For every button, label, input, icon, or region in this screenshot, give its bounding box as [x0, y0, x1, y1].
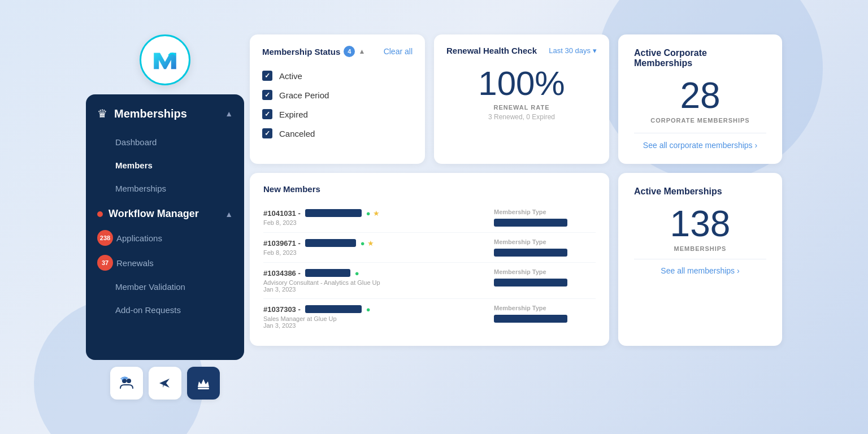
sidebar-item-memberships[interactable]: Memberships: [86, 177, 244, 200]
member-id-text: #1039671 -: [263, 239, 301, 248]
community-icon-button[interactable]: [110, 367, 143, 400]
notification-dot: [97, 211, 103, 217]
renewal-health-title: Renewal Health Check: [446, 46, 537, 55]
membership-type-label: Membership Type: [494, 268, 546, 275]
workflow-manager-title: Workflow Manager: [108, 208, 220, 220]
corporate-memberships-label: CORPORATE MEMBERSHIPS: [634, 117, 766, 124]
logo-circle: [140, 34, 190, 85]
active-card-divider: [634, 259, 766, 259]
card-divider: [634, 133, 766, 133]
clear-all-button[interactable]: Clear all: [384, 47, 413, 56]
workflow-section-header[interactable]: Workflow Manager ▲: [86, 200, 244, 225]
sidebar-item-applications[interactable]: 238 Applications: [86, 225, 244, 250]
corporate-memberships-card: Active Corporate Memberships 28 CORPORAT…: [618, 34, 782, 164]
member-id-text: #1034386 -: [263, 269, 301, 277]
sidebar-item-dashboard[interactable]: Dashboard: [86, 131, 244, 154]
membership-status-card: Membership Status 4 ▲ Clear all Active G…: [250, 34, 425, 164]
sidebar-title: Memberships: [114, 107, 218, 120]
sidebar-item-members[interactable]: Members: [86, 154, 244, 177]
members-list: #1041031 -● ★Feb 8, 2023Membership Type#…: [263, 203, 596, 335]
see-all-corporate-button[interactable]: See all corporate memberships ›: [643, 141, 757, 150]
active-memberships-label: MEMBERSHIPS: [634, 245, 766, 252]
active-memberships-count: 138: [634, 206, 766, 242]
member-name-bar: [305, 209, 362, 217]
status-title-row: Membership Status 4 ▲: [262, 46, 365, 57]
canceled-checkbox[interactable]: [262, 128, 272, 138]
membership-type-label: Membership Type: [494, 238, 546, 245]
membership-type-bar: [494, 219, 567, 227]
crown-active-icon: [196, 376, 211, 390]
period-selector[interactable]: Last 30 days ▾: [549, 46, 597, 55]
member-row[interactable]: #1039671 -● ★Feb 8, 2023Membership Type: [263, 233, 596, 263]
svg-rect-2: [198, 388, 209, 389]
member-row[interactable]: #1041031 -● ★Feb 8, 2023Membership Type: [263, 203, 596, 233]
renewal-rate-label: RENEWAL RATE: [446, 104, 597, 111]
grace-period-checkbox[interactable]: [262, 90, 272, 100]
member-row[interactable]: #1034386 -●Advisory Consultant - Analyti…: [263, 263, 596, 299]
see-all-memberships-button[interactable]: See all memberships ›: [634, 266, 766, 275]
applications-badge: 238: [97, 230, 113, 246]
sidebar-header[interactable]: ♛ Memberships ▲: [86, 94, 244, 131]
bottom-row: New Members #1041031 -● ★Feb 8, 2023Memb…: [250, 173, 782, 346]
active-memberships-card: Active Memberships 138 MEMBERSHIPS See a…: [618, 173, 782, 346]
renewal-card-header: Renewal Health Check Last 30 days ▾: [446, 46, 597, 55]
member-name-bar: [305, 305, 362, 313]
member-subtitle: Feb 8, 2023: [263, 219, 494, 226]
new-members-card: New Members #1041031 -● ★Feb 8, 2023Memb…: [250, 173, 609, 346]
member-name-bar: [305, 239, 356, 247]
sidebar: ♛ Memberships ▲ Dashboard Members Member…: [86, 94, 244, 360]
send-icon-button[interactable]: [149, 367, 181, 400]
member-status-icons: ●: [355, 268, 359, 277]
member-status-icons: ● ★: [361, 238, 374, 248]
workflow-collapse-icon: ▲: [225, 210, 233, 219]
sidebar-item-addon-requests[interactable]: Add-on Requests: [86, 298, 244, 322]
membership-type-bar: [494, 279, 567, 287]
renewal-health-card: Renewal Health Check Last 30 days ▾ 100%…: [434, 34, 609, 164]
main-container: ♛ Memberships ▲ Dashboard Members Member…: [75, 23, 793, 411]
active-memberships-title: Active Memberships: [634, 186, 766, 197]
svg-point-1: [127, 379, 131, 383]
status-option-grace[interactable]: Grace Period: [262, 85, 413, 105]
member-status-icons: ● ★: [366, 209, 380, 218]
sidebar-collapse-icon: ▲: [225, 109, 233, 118]
membership-status-title: Membership Status: [262, 47, 340, 57]
status-option-active[interactable]: Active: [262, 66, 413, 85]
logo-svg: [150, 45, 180, 75]
sidebar-item-member-validation[interactable]: Member Validation: [86, 275, 244, 298]
logo-sidebar-wrapper: ♛ Memberships ▲ Dashboard Members Member…: [86, 34, 244, 400]
status-count-badge: 4: [344, 46, 355, 57]
renewals-badge: 37: [97, 255, 113, 271]
status-card-header: Membership Status 4 ▲ Clear all: [262, 46, 413, 57]
status-option-canceled[interactable]: Canceled: [262, 124, 413, 143]
member-subtitle: Advisory Consultant - Analytics at Glue …: [263, 279, 494, 293]
member-row[interactable]: #1037303 -●Sales Manager at Glue UpJan 3…: [263, 299, 596, 335]
renewal-percent-value: 100%: [446, 67, 597, 101]
active-checkbox[interactable]: [262, 71, 272, 81]
status-chevron-icon: ▲: [358, 47, 365, 55]
member-subtitle: Sales Manager at Glue UpJan 3, 2023: [263, 315, 494, 329]
crown-icon: ♛: [97, 107, 107, 120]
applications-label: Applications: [116, 233, 162, 243]
chevron-down-icon: ▾: [593, 46, 597, 55]
corporate-memberships-count: 28: [634, 77, 766, 114]
member-id-text: #1037303 -: [263, 305, 301, 314]
member-subtitle: Feb 8, 2023: [263, 249, 494, 256]
bottom-icons-row: [110, 367, 220, 400]
renewals-label: Renewals: [116, 258, 154, 268]
content-area: Membership Status 4 ▲ Clear all Active G…: [250, 34, 782, 346]
memberships-icon-button[interactable]: [187, 367, 220, 400]
send-icon: [158, 376, 172, 390]
member-name-bar: [305, 269, 350, 277]
renewal-sub-label: 3 Renewed, 0 Expired: [446, 113, 597, 121]
top-row: Membership Status 4 ▲ Clear all Active G…: [250, 34, 782, 164]
membership-type-label: Membership Type: [494, 305, 546, 311]
sidebar-item-renewals[interactable]: 37 Renewals: [86, 250, 244, 275]
membership-type-bar: [494, 315, 567, 323]
status-option-expired[interactable]: Expired: [262, 105, 413, 124]
membership-type-bar: [494, 249, 567, 257]
member-id-text: #1041031 -: [263, 209, 301, 218]
community-icon: [119, 376, 134, 390]
corporate-memberships-title: Active Corporate Memberships: [634, 48, 766, 68]
member-status-icons: ●: [366, 305, 371, 314]
expired-checkbox[interactable]: [262, 109, 272, 119]
